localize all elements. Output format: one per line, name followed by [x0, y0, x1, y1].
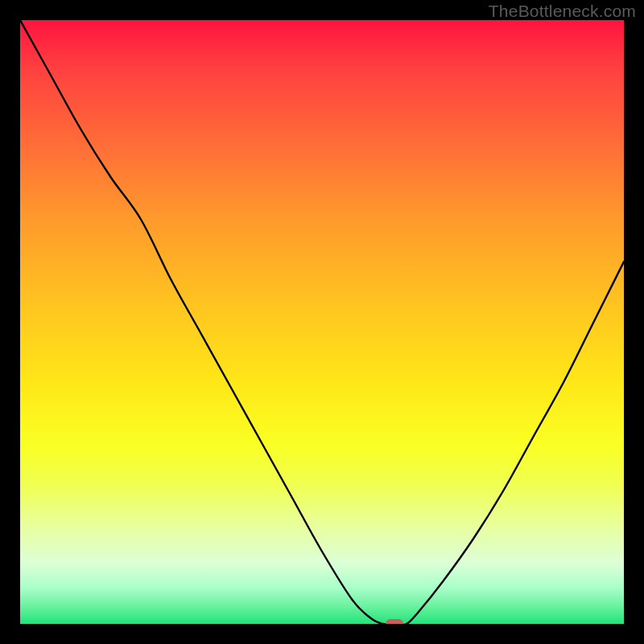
chart-frame: TheBottleneck.com: [0, 0, 644, 644]
optimal-point-marker: [386, 619, 403, 624]
watermark-text: TheBottleneck.com: [489, 2, 636, 21]
plot-area: [20, 20, 624, 624]
bottleneck-curve: [20, 20, 624, 624]
